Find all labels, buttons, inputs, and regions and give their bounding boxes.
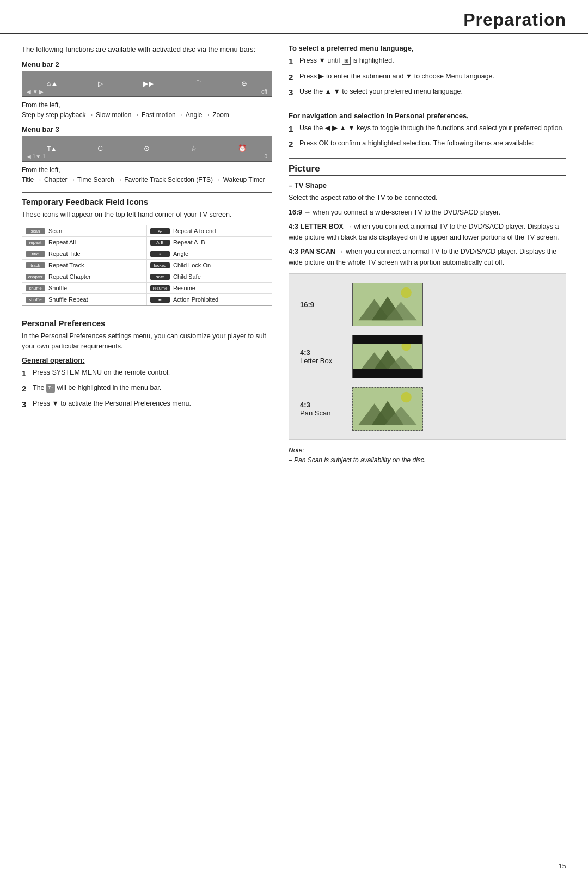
lang-icon: ⊞: [342, 57, 351, 65]
select-language-list: 1 Press ▼ until ⊞ is highlighted. 2 Pres…: [289, 56, 566, 99]
tv-label-169: 16:9: [300, 301, 344, 309]
tv-row-panscan: 4:3 Pan Scan: [300, 387, 555, 431]
bar-icon-zoom: ⊕: [241, 79, 247, 88]
menu-bar-3-from: From the left, Title → Chapter → Time Se…: [22, 165, 272, 185]
page-number: 15: [559, 862, 566, 870]
tv-preview-panscan: [352, 387, 423, 431]
badge-chapter: chapter: [26, 274, 45, 280]
badge-safe: safe: [150, 274, 170, 280]
tv-shape-heading: – TV Shape: [289, 181, 566, 189]
lang-step-3: 3 Use the ▲ ▼ to select your preferred m…: [289, 87, 566, 99]
menu-bar-2-image: ⌂▲ ▷ ▶▶ ⌒ ⊕ off ◀ ▼ ▶: [22, 71, 272, 97]
menu-bar-3-image: T▲ C ⊙ ☆ ⏰ 0 ◀ 1▼ 1: [22, 136, 272, 162]
tv-preview-169: [352, 283, 423, 326]
menu-inline-icon: T↑: [46, 384, 55, 393]
badge-a-end: A-: [150, 228, 170, 234]
note-text: Note:– Pan Scan is subject to availabili…: [289, 445, 566, 465]
icon-row-scan: scan Scan: [22, 225, 147, 237]
bar-icon-play: ▷: [98, 79, 103, 88]
pref-desc: In the Personal Preferences settings men…: [22, 331, 272, 352]
icon-row-repeat-chapter: chapter Repeat Chapter: [22, 271, 147, 283]
icon-row-child-safe: safe Child Safe: [147, 271, 272, 283]
intro-text: The following functions are available wi…: [22, 44, 272, 55]
badge-scan: scan: [26, 228, 45, 234]
label-child-safe: Child Safe: [173, 273, 201, 280]
tv-images-box: 16:9 4:3 Letter Box: [289, 273, 566, 440]
icon-row-repeat-title: title Repeat Title: [22, 248, 147, 260]
label-child-lock: Child Lock On: [173, 262, 211, 268]
bar3-icon-fts: ☆: [191, 144, 197, 152]
label-repeat-track: Repeat Track: [48, 262, 84, 268]
bar3-icon-clock: ⊙: [144, 144, 150, 152]
label-repeat-title: Repeat Title: [48, 250, 81, 257]
general-op-step-1: 1 Press SYSTEM MENU on the remote contro…: [22, 368, 272, 380]
tv-row-169: 16:9: [300, 283, 555, 326]
bar-icon-home: ⌂▲: [47, 79, 58, 88]
label-repeat-all: Repeat All: [48, 239, 76, 246]
bar3-arrows: ◀ 1▼ 1: [27, 154, 46, 160]
personal-preferences-section: Personal Preferences In the Personal Pre…: [22, 314, 272, 411]
label-repeat-ab: Repeat A–B: [173, 239, 205, 246]
badge-shuffle-repeat: shuffle: [26, 297, 45, 303]
label-scan: Scan: [48, 228, 62, 234]
left-column: The following functions are available wi…: [22, 44, 272, 465]
badge-repeat: repeat: [26, 240, 45, 246]
badge-title: title: [26, 251, 45, 257]
tv-label-panscan: 4:3 Pan Scan: [300, 401, 344, 417]
select-language-heading: To select a preferred menu language,: [289, 44, 566, 52]
badge-angle: ▪: [150, 251, 170, 257]
badge-locked: locked: [150, 262, 170, 268]
separator-right-1: [289, 107, 566, 107]
feedback-heading: Temporary Feedback Field Icons: [22, 197, 272, 206]
general-op-step-3: 3 Press ▼ to activate the Personal Prefe…: [22, 399, 272, 411]
icon-row-action-prohibited: ▪▪ Action Prohibited: [147, 294, 272, 305]
label-shuffle-repeat: Shuffle Repeat: [48, 296, 88, 303]
nav-step-1: 1 Use the ◀ ▶ ▲ ▼ keys to toggle through…: [289, 123, 566, 136]
menu-bar-3-label: Menu bar 3: [22, 125, 272, 133]
icon-row-angle: ▪ Angle: [147, 248, 272, 260]
general-op-step-2: 2 The T↑ will be highlighted in the menu…: [22, 383, 272, 395]
badge-resume: resume: [150, 285, 170, 291]
page-header: Preparation: [0, 0, 588, 34]
icon-row-child-lock: locked Child Lock On: [147, 260, 272, 271]
option-43lb: 4:3 LETTER BOX → when you connect a norm…: [289, 221, 566, 243]
nav-pref-list: 1 Use the ◀ ▶ ▲ ▼ keys to toggle through…: [289, 123, 566, 151]
separator-right-2: [289, 158, 566, 159]
label-action-prohibited: Action Prohibited: [173, 296, 218, 303]
lang-step-2: 2 Press ▶ to enter the submenu and ▼ to …: [289, 71, 566, 84]
mountain-svg-169: [353, 283, 422, 326]
right-column: To select a preferred menu language, 1 P…: [289, 44, 566, 465]
bar-icon-angle: ⌒: [194, 79, 201, 89]
icon-row-repeat-track: track Repeat Track: [22, 260, 147, 271]
feedback-desc: These icons will appear on the top left …: [22, 210, 272, 220]
lang-step-1: 1 Press ▼ until ⊞ is highlighted.: [289, 56, 566, 68]
separator-1: [22, 192, 272, 193]
icon-row-shuffle: shuffle Shuffle: [22, 283, 147, 294]
tv-preview-letterbox: [352, 335, 423, 378]
bar3-icon-t: T▲: [47, 145, 57, 152]
badge-shuffle: shuffle: [26, 285, 45, 291]
main-content: The following functions are available wi…: [0, 34, 588, 476]
icon-row-repeat-all: repeat Repeat All: [22, 237, 147, 248]
bar3-icon-c: C: [97, 144, 102, 152]
option-43ps: 4:3 PAN SCAN → when you connect a normal…: [289, 246, 566, 268]
separator-2: [22, 314, 272, 314]
pref-heading: Personal Preferences: [22, 319, 272, 328]
menu-bar-2-label: Menu bar 2: [22, 60, 272, 69]
bar-arrows: ◀ ▼ ▶: [27, 89, 44, 95]
picture-heading: Picture: [289, 163, 566, 176]
option-169: 16:9 → when you connect a wide-screen TV…: [289, 207, 566, 218]
tv-label-letterbox: 4:3 Letter Box: [300, 348, 344, 365]
icon-row-repeat-ab: A-B Repeat A–B: [147, 237, 272, 248]
icon-row-repeat-a-end: A- Repeat A to end: [147, 225, 272, 237]
badge-track: track: [26, 262, 45, 268]
label-resume: Resume: [173, 285, 195, 291]
label-angle: Angle: [173, 250, 188, 257]
tv-row-letterbox: 4:3 Letter Box: [300, 335, 555, 378]
bar-corner-off: off: [261, 89, 267, 95]
label-shuffle: Shuffle: [48, 285, 67, 291]
mountain-svg-ps: [353, 388, 422, 430]
svg-point-14: [401, 392, 412, 403]
tv-shape-desc: Select the aspect ratio of the TV to be …: [289, 193, 566, 203]
bar3-corner: 0: [264, 154, 267, 160]
